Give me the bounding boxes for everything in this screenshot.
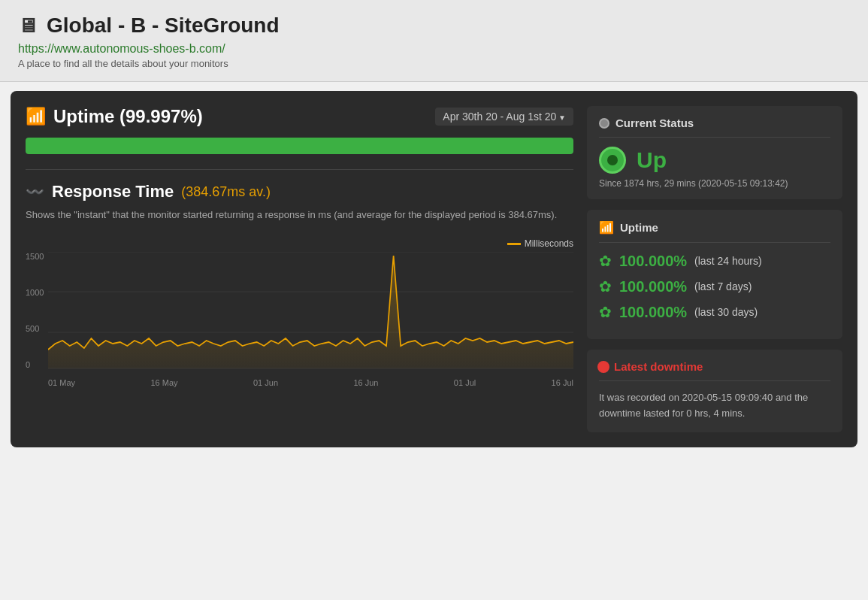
- x-label-01jun: 01 Jun: [253, 378, 278, 387]
- page-title: 🖥 Global - B - SiteGround: [18, 14, 850, 38]
- date-range-selector[interactable]: Apr 30th 20 - Aug 1st 20: [435, 108, 573, 126]
- wave-icon: 〰️: [26, 183, 44, 201]
- uptime-title: 📶 Uptime (99.997%): [26, 106, 203, 127]
- uptime-stat-24h: ✿ 100.000% (last 24 hours): [599, 252, 830, 270]
- chart-wrapper: 1500 1000 500 0: [26, 252, 573, 387]
- y-label-0: 0: [26, 360, 44, 369]
- downtime-red-dot: [599, 362, 608, 371]
- x-axis-labels: 01 May 16 May 01 Jun 16 Jun 01 Jul 16 Ju…: [26, 375, 573, 387]
- latest-downtime-title: Latest downtime: [614, 360, 703, 373]
- x-label-01may: 01 May: [48, 378, 75, 387]
- status-up-text: Up: [637, 147, 667, 173]
- bar-chart-icon: 📶: [26, 107, 46, 126]
- latest-downtime-title-row: Latest downtime: [599, 360, 830, 381]
- x-label-01jul: 01 Jul: [454, 378, 476, 387]
- header-description: A place to find all the details about yo…: [18, 58, 850, 69]
- chart-svg: [48, 252, 573, 372]
- uptime-period-30d: (last 30 days): [694, 306, 758, 318]
- x-label-16may: 16 May: [150, 378, 177, 387]
- page-header: 🖥 Global - B - SiteGround https://www.au…: [0, 0, 868, 82]
- uptime-progress-bar: [26, 138, 573, 154]
- main-container: 📶 Uptime (99.997%) Apr 30th 20 - Aug 1st…: [11, 91, 857, 447]
- monitor-icon: 🖥: [18, 14, 38, 38]
- uptime-pct-24h: 100.000%: [619, 253, 687, 270]
- x-label-16jun: 16 Jun: [353, 378, 378, 387]
- chart-legend: Milliseconds: [26, 235, 573, 250]
- star-icon-30d: ✿: [599, 303, 612, 321]
- status-up-row: Up: [599, 147, 830, 174]
- star-icon-7d: ✿: [599, 277, 612, 295]
- section-divider: [26, 169, 573, 170]
- response-description: Shows the "instant" that the monitor sta…: [26, 208, 573, 223]
- uptime-progress-fill: [26, 138, 573, 154]
- uptime-stat-30d: ✿ 100.000% (last 30 days): [599, 303, 830, 321]
- uptime-stats-card: 📶 Uptime ✿ 100.000% (last 24 hours) ✿ 10…: [587, 210, 842, 339]
- uptime-period-7d: (last 7 days): [694, 280, 752, 292]
- right-panel: Current Status Up Since 1874 hrs, 29 min…: [587, 106, 842, 432]
- uptime-header: 📶 Uptime (99.997%) Apr 30th 20 - Aug 1st…: [26, 106, 573, 127]
- status-indicator-dot: [599, 118, 609, 129]
- response-time-header: 〰️ Response Time (384.67ms av.): [26, 182, 573, 202]
- uptime-pct-30d: 100.000%: [619, 304, 687, 321]
- uptime-period-24h: (last 24 hours): [694, 255, 761, 267]
- y-label-1000: 1000: [26, 288, 44, 297]
- y-label-500: 500: [26, 324, 44, 333]
- status-since: Since 1874 hrs, 29 mins (2020-05-15 09:1…: [599, 178, 830, 189]
- uptime-bar-icon: 📶: [599, 220, 614, 235]
- status-green-dot: [599, 147, 626, 174]
- legend-item-ms: Milliseconds: [507, 238, 573, 249]
- y-axis-labels: 1500 1000 500 0: [26, 252, 44, 372]
- current-status-title: Current Status: [599, 117, 830, 138]
- star-icon-24h: ✿: [599, 252, 612, 270]
- uptime-pct-7d: 100.000%: [619, 278, 687, 295]
- current-status-card: Current Status Up Since 1874 hrs, 29 min…: [587, 106, 842, 199]
- downtime-description: It was recorded on 2020-05-15 09:09:40 a…: [599, 390, 830, 422]
- y-label-1500: 1500: [26, 252, 44, 261]
- left-panel: 📶 Uptime (99.997%) Apr 30th 20 - Aug 1st…: [26, 106, 573, 432]
- latest-downtime-card: Latest downtime It was recorded on 2020-…: [587, 350, 842, 432]
- legend-line: [507, 243, 521, 245]
- uptime-stat-7d: ✿ 100.000% (last 7 days): [599, 277, 830, 295]
- uptime-stats-title: 📶 Uptime: [599, 220, 830, 243]
- x-label-16jul: 16 Jul: [552, 378, 573, 387]
- status-green-inner: [607, 155, 618, 165]
- response-time-chart: Milliseconds 1500 1000 500 0: [26, 235, 573, 385]
- header-url[interactable]: https://www.autonomous-shoes-b.com/: [18, 42, 850, 56]
